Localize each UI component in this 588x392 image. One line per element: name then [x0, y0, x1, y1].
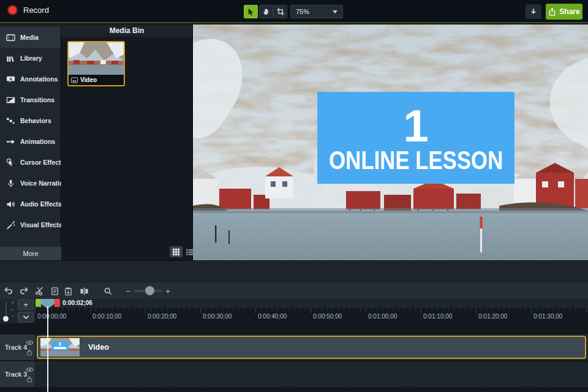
timeline-zoom-knob[interactable] — [145, 286, 154, 295]
timeline-ruler[interactable]: 0:00:00;00 0:00:10;00 0:00:20;00 0:00:30… — [35, 308, 588, 323]
scissors-icon — [35, 286, 45, 296]
track3-header[interactable]: Track 3 — [0, 361, 35, 387]
track-lock-icon[interactable] — [26, 349, 32, 357]
sidebar-item-label: Voice Narration — [20, 179, 67, 187]
playhead-time: 0:00:02;06 — [62, 300, 92, 306]
sidebar-item-label: Visual Effects — [20, 221, 62, 228]
paste-button[interactable] — [62, 285, 74, 297]
cut-button[interactable] — [34, 285, 46, 297]
track-name: Track 4 — [5, 344, 27, 351]
clip-thumbnail-footer: Video — [69, 75, 124, 85]
sidebar-item-label: Media — [20, 34, 39, 41]
plus-glyph: + — [11, 300, 14, 306]
playhead-out-handle[interactable] — [55, 299, 60, 307]
ruler-label: 0:01:10;00 — [423, 313, 452, 320]
split-button[interactable] — [78, 285, 90, 297]
ruler-label: 0:00:00;00 — [37, 313, 66, 320]
sidebar-item-voice-narration[interactable]: Voice Narration — [0, 173, 61, 194]
more-tools-button[interactable]: More — [0, 247, 61, 260]
record-icon — [7, 5, 18, 15]
sidebar-item-animations[interactable]: Animations — [0, 131, 61, 152]
copy-icon — [50, 287, 59, 296]
library-icon — [6, 54, 15, 63]
sidebar-item-media[interactable]: Media — [0, 27, 61, 48]
callout-overlay[interactable]: 1 ONLINE LESSON — [317, 92, 514, 184]
track-height-knob[interactable] — [3, 316, 9, 322]
sidebar-item-label: Animations — [20, 138, 55, 145]
clip-thumbnail-label: Video — [80, 77, 97, 83]
playhead-strip[interactable] — [35, 299, 588, 308]
ruler-label: 0:01:30;00 — [533, 313, 562, 320]
sidebar-item-behaviors[interactable]: Behaviors — [0, 110, 61, 131]
grid-view-button[interactable] — [170, 246, 183, 257]
preview-canvas[interactable]: 1 ONLINE LESSON — [193, 24, 588, 260]
timeline-zoom-button[interactable] — [102, 285, 114, 297]
video-media-icon — [71, 77, 78, 83]
transitions-icon — [6, 96, 15, 105]
sidebar-item-transitions[interactable]: Transitions — [0, 89, 61, 110]
select-tool-button[interactable] — [244, 5, 258, 18]
paste-icon — [64, 287, 73, 296]
callout-number: 1 — [403, 100, 428, 151]
sidebar-item-audio-effects[interactable]: Audio Effects — [0, 194, 61, 214]
export-button[interactable] — [526, 4, 541, 19]
track-row-4: Track 4 — [0, 334, 588, 360]
media-bin-title: Media Bin — [110, 26, 145, 35]
sidebar-item-library[interactable]: Library — [0, 48, 61, 69]
track-name: Track 3 — [5, 371, 27, 378]
copy-button[interactable] — [48, 285, 61, 297]
download-icon — [529, 7, 538, 16]
track4-header[interactable]: Track 4 — [0, 334, 35, 360]
track-row-3: Track 3 — [0, 361, 588, 387]
ruler-label: 0:00:50;00 — [313, 313, 342, 320]
zoom-out-button[interactable]: − — [122, 285, 134, 297]
media-bin-clip[interactable]: Video — [67, 41, 125, 86]
track-visibility-icon[interactable] — [26, 366, 34, 374]
media-bin-panel: Media Bin Video — [61, 24, 193, 260]
sidebar-item-label: Annotations — [20, 75, 58, 83]
more-label: More — [23, 250, 38, 257]
playhead-line[interactable] — [47, 306, 48, 392]
behaviors-icon — [6, 116, 15, 126]
add-track-button[interactable]: + — [18, 300, 34, 310]
track-visibility-icon[interactable] — [26, 339, 34, 347]
record-button[interactable]: Record — [7, 5, 49, 15]
track4-lane[interactable]: Video — [35, 334, 588, 360]
sidebar-item-label: Cursor Effects — [20, 159, 64, 166]
timeline-clip-video[interactable]: Video — [37, 336, 586, 359]
clip-label: Video — [88, 343, 109, 352]
sidebar-item-visual-effects[interactable]: Visual Effects — [0, 214, 61, 235]
top-toolbar: Record 75% Share — [0, 0, 588, 23]
canvas-zoom-dropdown[interactable]: 75% — [290, 5, 343, 18]
clip-thumbnail-image — [69, 42, 124, 75]
media-icon — [6, 33, 15, 42]
animations-icon — [6, 137, 15, 146]
redo-button[interactable] — [18, 285, 30, 297]
collapse-tracks-button[interactable] — [18, 312, 34, 322]
share-button[interactable]: Share — [546, 4, 582, 20]
playhead-in-handle[interactable] — [36, 299, 41, 307]
sidebar-item-label: Transitions — [20, 96, 55, 104]
zoom-in-button[interactable]: + — [162, 285, 174, 297]
sidebar-item-label: Behaviors — [20, 117, 51, 124]
pan-tool-button[interactable] — [259, 5, 273, 18]
record-label: Record — [23, 6, 49, 15]
annotation-icon: a — [6, 75, 15, 84]
track-lock-icon[interactable] — [26, 375, 32, 384]
minus-glyph: − — [11, 313, 14, 319]
sidebar-item-cursor-effects[interactable]: Cursor Effects — [0, 152, 61, 173]
crop-tool-button[interactable] — [273, 5, 287, 18]
sidebar-item-label: Library — [20, 55, 42, 62]
clip-mini-thumbnail — [40, 338, 80, 356]
share-label: Share — [559, 7, 579, 16]
timeline: + ⌕ − + 0:00:00;00 0:00:10;00 0:00:20;00… — [0, 299, 588, 392]
track3-lane[interactable] — [35, 361, 588, 387]
tools-sidebar: Media Library a Annotations Transitions — [0, 24, 61, 260]
crop-icon — [276, 7, 285, 16]
sidebar-item-annotations[interactable]: a Annotations — [0, 69, 61, 89]
sidebar-item-label: Audio Effects — [20, 200, 62, 208]
cursor-effects-icon — [6, 158, 15, 167]
undo-icon — [4, 286, 13, 296]
undo-button[interactable] — [2, 285, 15, 297]
ruler-label: 0:00:30;00 — [203, 313, 232, 320]
